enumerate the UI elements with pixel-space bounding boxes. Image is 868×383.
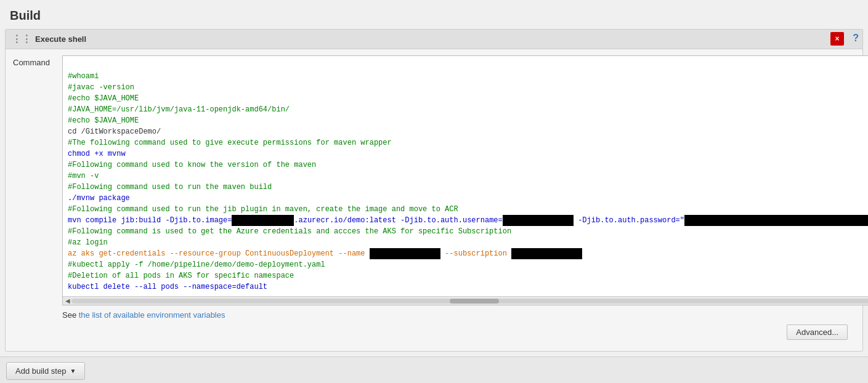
horizontal-scrollbar[interactable]: ◀ ▶ [63,296,868,305]
code-line: mvn compile jib:build -Djib.to.image=███… [68,216,868,225]
add-build-step-button[interactable]: Add build step ▼ [6,362,85,380]
env-vars-row: See the list of available environment va… [13,310,855,320]
env-vars-link[interactable]: the list of available environment variab… [79,310,225,320]
help-button[interactable]: ? [853,33,859,44]
code-line: #Following command is used to get the Az… [68,227,511,236]
code-line: #kubectl apply -f /home/pipeline/demo/de… [68,260,325,269]
close-button[interactable]: × [830,32,844,46]
code-line: #az login [68,238,108,247]
panel-body: Command #whoami #javac -version #echo $J… [6,49,862,351]
code-line: #echo $JAVA_HOME [68,94,139,103]
command-textarea-wrapper[interactable]: #whoami #javac -version #echo $JAVA_HOME… [62,55,868,305]
code-line: #echo $JAVA_HOME [68,116,139,125]
drag-handle-icon: ⋮⋮ [12,33,31,45]
env-vars-prefix: See [62,310,79,320]
code-line: kubectl delete --all pods --namespace=de… [68,283,267,291]
code-line: #Deletion of all pods in AKS for specifi… [68,272,294,280]
panel-title: Execute shell [35,34,86,44]
scrollbar-thumb[interactable] [450,299,499,304]
build-section: ⋮⋮ Execute shell × ? Command #whoami #ja… [0,29,868,352]
scrollbar-track[interactable] [71,299,868,304]
add-build-step-label: Add build step [15,366,66,376]
code-line: ./mvnw package [68,194,130,203]
panel-header: ⋮⋮ Execute shell [6,30,862,49]
footer-bar: Add build step ▼ [0,357,868,383]
code-line: #JAVA_HOME=/usr/lib/jvm/java-11-openjdk-… [68,105,290,114]
code-line: #whoami [68,72,99,81]
code-line: #Following command used to know the vers… [68,161,316,169]
dropdown-arrow-icon: ▼ [70,368,76,374]
command-container: #whoami #javac -version #echo $JAVA_HOME… [62,55,868,305]
code-line: #The following command used to give exec… [68,139,392,147]
code-line: #Following command used to run the jib p… [68,205,458,214]
code-line: #Following command used to run the maven… [68,183,272,191]
command-code[interactable]: #whoami #javac -version #echo $JAVA_HOME… [63,56,868,296]
code-line: #javac -version [68,83,134,92]
page-wrapper: Build ⋮⋮ Execute shell × ? Command #whoa… [0,0,868,383]
code-line: az aks get-credentials --resource-group … [68,249,582,258]
code-line: chmod +x mvnw [68,150,126,158]
scroll-left-icon[interactable]: ◀ [64,297,71,304]
page-title: Build [0,6,868,29]
code-line: #mvn -v [68,172,99,180]
command-textarea-inner[interactable]: #whoami #javac -version #echo $JAVA_HOME… [63,56,868,296]
advanced-row: Advanced... [13,320,855,345]
command-form-row: Command #whoami #javac -version #echo $J… [13,55,855,305]
code-line: cd /GitWorkspaceDemo/ [68,127,161,136]
execute-shell-panel: ⋮⋮ Execute shell × ? Command #whoami #ja… [5,29,863,352]
advanced-button[interactable]: Advanced... [787,325,848,340]
command-label: Command [13,55,56,67]
